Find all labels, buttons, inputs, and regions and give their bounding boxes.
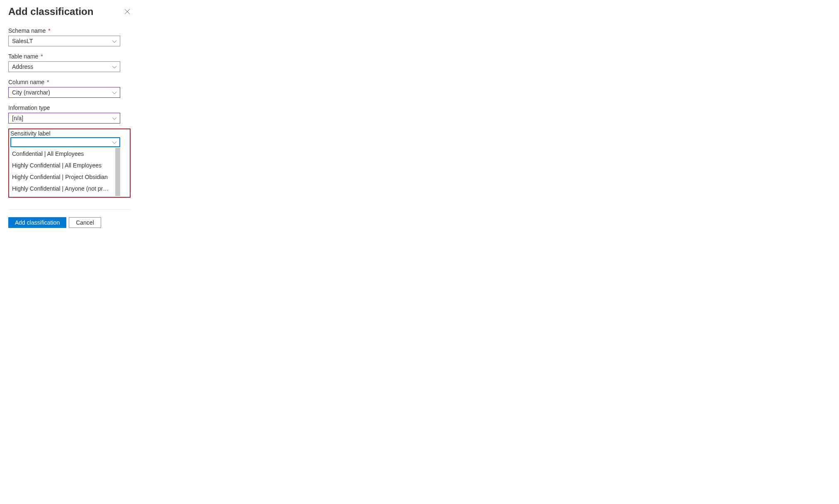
- information-type-select-wrapper: [n/a]: [8, 113, 120, 124]
- panel-title: Add classification: [8, 6, 93, 17]
- table-name-select-wrapper: Address: [8, 61, 120, 72]
- column-name-select[interactable]: City (nvarchar): [8, 87, 120, 98]
- sensitivity-label-highlight: Sensitivity label Confidential | All Emp…: [8, 128, 131, 198]
- sensitivity-option[interactable]: Highly Confidential | Anyone (not protec…: [10, 183, 112, 194]
- column-name-label-text: Column name: [8, 79, 44, 85]
- dropdown-scrollbar[interactable]: [115, 148, 120, 194]
- schema-name-field-group: Schema name * SalesLT: [8, 27, 131, 46]
- add-classification-panel: Add classification Schema name * SalesLT…: [8, 6, 131, 228]
- column-name-value: City (nvarchar): [12, 89, 50, 96]
- sensitivity-label-label: Sensitivity label: [10, 130, 129, 137]
- sensitivity-label-text: Sensitivity label: [10, 130, 51, 137]
- required-indicator: *: [47, 79, 49, 85]
- table-name-label: Table name *: [8, 53, 131, 60]
- information-type-select[interactable]: [n/a]: [8, 113, 120, 124]
- information-type-label: Information type: [8, 104, 131, 111]
- required-indicator: *: [41, 53, 43, 60]
- cancel-button[interactable]: Cancel: [69, 217, 101, 228]
- required-indicator: *: [48, 27, 50, 34]
- footer-divider: [8, 209, 131, 210]
- table-name-field-group: Table name * Address: [8, 53, 131, 72]
- sensitivity-option[interactable]: Highly Confidential | Project Obsidian: [10, 171, 112, 183]
- information-type-value: [n/a]: [12, 115, 23, 121]
- add-classification-button[interactable]: Add classification: [8, 217, 66, 228]
- schema-name-select-wrapper: SalesLT: [8, 36, 120, 46]
- table-name-label-text: Table name: [8, 53, 38, 60]
- information-type-label-text: Information type: [8, 104, 50, 111]
- sensitivity-option[interactable]: Highly Confidential | All Employees: [10, 160, 112, 171]
- information-type-field-group: Information type [n/a]: [8, 104, 131, 124]
- column-name-select-wrapper: City (nvarchar): [8, 87, 120, 98]
- sensitivity-label-select-wrapper: [10, 137, 120, 147]
- schema-name-value: SalesLT: [12, 38, 33, 44]
- table-name-select[interactable]: Address: [8, 61, 120, 72]
- column-name-label: Column name *: [8, 79, 131, 85]
- button-row: Add classification Cancel: [8, 217, 131, 228]
- schema-name-label-text: Schema name: [8, 27, 46, 34]
- close-icon[interactable]: [124, 8, 131, 15]
- column-name-field-group: Column name * City (nvarchar): [8, 79, 131, 98]
- sensitivity-label-select[interactable]: [10, 137, 120, 147]
- schema-name-select[interactable]: SalesLT: [8, 36, 120, 46]
- dropdown-scrollbar-thumb[interactable]: [115, 148, 120, 196]
- table-name-value: Address: [12, 63, 33, 70]
- schema-name-label: Schema name *: [8, 27, 131, 34]
- sensitivity-option[interactable]: Confidential | All Employees: [10, 148, 112, 160]
- panel-header: Add classification: [8, 6, 131, 17]
- sensitivity-label-dropdown: Confidential | All Employees Highly Conf…: [10, 148, 120, 194]
